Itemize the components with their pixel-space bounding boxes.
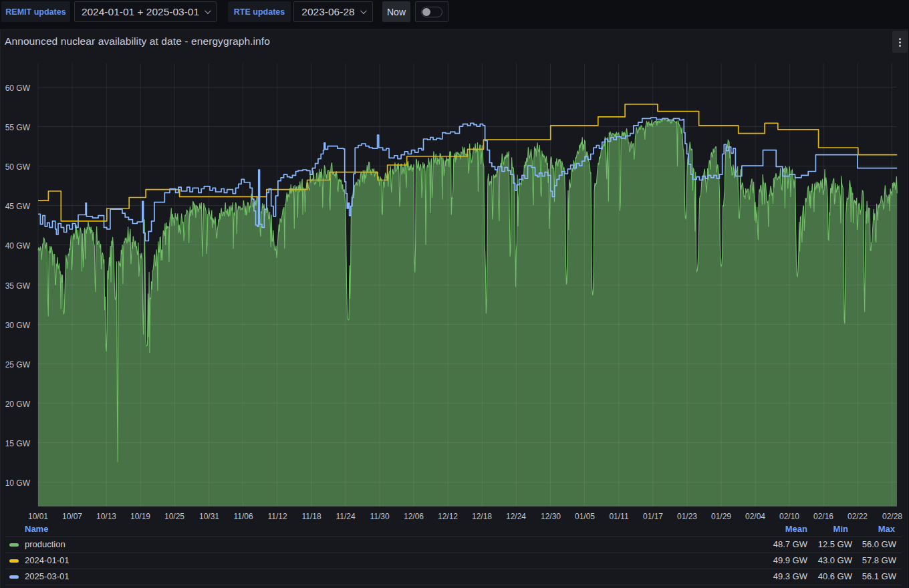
svg-text:01/23: 01/23 [677,512,697,521]
svg-text:30 GW: 30 GW [5,321,31,330]
svg-text:10/25: 10/25 [164,512,184,521]
svg-text:02/16: 02/16 [813,512,833,521]
svg-text:12/24: 12/24 [506,512,526,521]
svg-text:45 GW: 45 GW [5,202,31,211]
svg-text:35 GW: 35 GW [5,281,31,291]
svg-text:01/29: 01/29 [711,512,731,521]
svg-text:50 GW: 50 GW [5,162,31,172]
svg-text:60 GW: 60 GW [5,84,31,93]
svg-text:10/01: 10/01 [28,512,48,521]
svg-text:55 GW: 55 GW [5,123,31,132]
svg-text:12/06: 12/06 [404,512,424,521]
svg-text:25 GW: 25 GW [5,360,31,370]
svg-text:02/10: 02/10 [779,512,799,521]
svg-text:02/04: 02/04 [745,512,765,521]
svg-text:11/24: 11/24 [336,512,355,521]
svg-text:01/05: 01/05 [575,512,595,521]
svg-text:10 GW: 10 GW [5,478,31,488]
svg-text:10/31: 10/31 [199,512,219,521]
svg-text:10/19: 10/19 [130,512,150,521]
svg-text:12/12: 12/12 [438,512,458,521]
svg-text:01/11: 01/11 [609,512,628,521]
svg-text:11/30: 11/30 [370,512,389,521]
svg-text:02/28: 02/28 [882,512,902,521]
svg-text:10/07: 10/07 [62,512,82,521]
svg-text:40 GW: 40 GW [5,241,31,251]
svg-text:11/12: 11/12 [267,512,287,521]
svg-text:12/30: 12/30 [541,512,561,521]
svg-text:01/17: 01/17 [643,512,663,521]
svg-text:02/22: 02/22 [848,512,868,521]
svg-text:20 GW: 20 GW [5,400,31,409]
svg-text:10/13: 10/13 [96,512,116,521]
svg-text:12/18: 12/18 [472,512,492,521]
svg-text:15 GW: 15 GW [5,439,31,448]
svg-text:11/06: 11/06 [233,512,253,521]
svg-text:11/18: 11/18 [301,512,321,521]
